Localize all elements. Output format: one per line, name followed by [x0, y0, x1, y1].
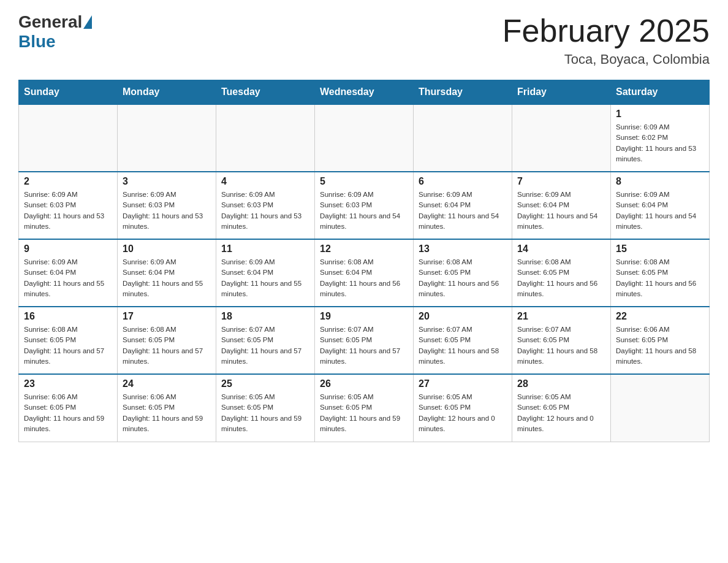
month-title: February 2025	[502, 12, 710, 49]
calendar-cell-4-1: 16Sunrise: 6:08 AM Sunset: 6:05 PM Dayli…	[19, 307, 118, 374]
day-info: Sunrise: 6:05 AM Sunset: 6:05 PM Dayligh…	[419, 392, 507, 434]
calendar-cell-4-7: 22Sunrise: 6:06 AM Sunset: 6:05 PM Dayli…	[611, 307, 710, 374]
day-number: 17	[123, 311, 211, 322]
day-number: 20	[419, 311, 507, 322]
day-number: 25	[221, 378, 309, 389]
day-number: 2	[24, 176, 112, 187]
calendar-cell-1-6	[512, 104, 611, 172]
day-number: 21	[517, 311, 605, 322]
day-number: 26	[320, 378, 408, 389]
logo-triangle-icon	[83, 15, 92, 29]
calendar-cell-5-7	[611, 374, 710, 442]
day-info: Sunrise: 6:09 AM Sunset: 6:04 PM Dayligh…	[419, 190, 507, 232]
day-info: Sunrise: 6:08 AM Sunset: 6:05 PM Dayligh…	[616, 257, 704, 299]
calendar-cell-1-5	[414, 104, 512, 172]
day-number: 12	[320, 243, 408, 255]
logo: General Blue	[18, 12, 92, 52]
week-row-1: 1Sunrise: 6:09 AM Sunset: 6:02 PM Daylig…	[19, 104, 710, 172]
day-info: Sunrise: 6:07 AM Sunset: 6:05 PM Dayligh…	[517, 324, 605, 367]
calendar-cell-1-3	[216, 104, 315, 172]
calendar-cell-3-2: 10Sunrise: 6:09 AM Sunset: 6:04 PM Dayli…	[118, 239, 216, 307]
calendar-cell-4-3: 18Sunrise: 6:07 AM Sunset: 6:05 PM Dayli…	[216, 307, 315, 374]
day-number: 22	[616, 311, 704, 322]
day-number: 15	[616, 243, 704, 255]
calendar-cell-4-4: 19Sunrise: 6:07 AM Sunset: 6:05 PM Dayli…	[315, 307, 414, 374]
calendar-cell-5-1: 23Sunrise: 6:06 AM Sunset: 6:05 PM Dayli…	[19, 374, 118, 442]
day-number: 7	[517, 176, 605, 187]
header-friday: Friday	[512, 80, 611, 105]
day-info: Sunrise: 6:09 AM Sunset: 6:03 PM Dayligh…	[123, 190, 211, 232]
logo-blue-text: Blue	[18, 32, 56, 51]
logo-general-text: General	[18, 12, 82, 32]
calendar-cell-5-2: 24Sunrise: 6:06 AM Sunset: 6:05 PM Dayli…	[118, 374, 216, 442]
calendar-cell-3-7: 15Sunrise: 6:08 AM Sunset: 6:05 PM Dayli…	[611, 239, 710, 307]
calendar-cell-2-4: 5Sunrise: 6:09 AM Sunset: 6:03 PM Daylig…	[315, 172, 414, 239]
page-header: General Blue February 2025 Toca, Boyaca,…	[18, 12, 710, 67]
calendar-cell-1-7: 1Sunrise: 6:09 AM Sunset: 6:02 PM Daylig…	[611, 104, 710, 172]
calendar-cell-2-3: 4Sunrise: 6:09 AM Sunset: 6:03 PM Daylig…	[216, 172, 315, 239]
calendar-cell-2-1: 2Sunrise: 6:09 AM Sunset: 6:03 PM Daylig…	[19, 172, 118, 239]
day-number: 13	[419, 243, 507, 255]
calendar-cell-4-5: 20Sunrise: 6:07 AM Sunset: 6:05 PM Dayli…	[414, 307, 512, 374]
day-number: 3	[123, 176, 211, 187]
day-info: Sunrise: 6:08 AM Sunset: 6:05 PM Dayligh…	[517, 257, 605, 299]
week-row-3: 9Sunrise: 6:09 AM Sunset: 6:04 PM Daylig…	[19, 239, 710, 307]
day-number: 18	[221, 311, 309, 322]
calendar-cell-5-3: 25Sunrise: 6:05 AM Sunset: 6:05 PM Dayli…	[216, 374, 315, 442]
day-info: Sunrise: 6:09 AM Sunset: 6:04 PM Dayligh…	[123, 257, 211, 299]
day-number: 9	[24, 243, 112, 255]
day-number: 19	[320, 311, 408, 322]
header-monday: Monday	[118, 80, 216, 105]
day-number: 4	[221, 176, 309, 187]
header-saturday: Saturday	[611, 80, 710, 105]
day-number: 16	[24, 311, 112, 322]
day-number: 8	[616, 176, 704, 187]
week-row-2: 2Sunrise: 6:09 AM Sunset: 6:03 PM Daylig…	[19, 172, 710, 239]
calendar-cell-2-2: 3Sunrise: 6:09 AM Sunset: 6:03 PM Daylig…	[118, 172, 216, 239]
weekday-header-row: Sunday Monday Tuesday Wednesday Thursday…	[19, 80, 710, 105]
calendar-cell-2-6: 7Sunrise: 6:09 AM Sunset: 6:04 PM Daylig…	[512, 172, 611, 239]
location-title: Toca, Boyaca, Colombia	[502, 52, 710, 67]
calendar-cell-5-6: 28Sunrise: 6:05 AM Sunset: 6:05 PM Dayli…	[512, 374, 611, 442]
day-info: Sunrise: 6:09 AM Sunset: 6:03 PM Dayligh…	[320, 190, 408, 232]
calendar-cell-3-6: 14Sunrise: 6:08 AM Sunset: 6:05 PM Dayli…	[512, 239, 611, 307]
day-info: Sunrise: 6:09 AM Sunset: 6:04 PM Dayligh…	[616, 190, 704, 232]
day-info: Sunrise: 6:09 AM Sunset: 6:04 PM Dayligh…	[24, 257, 112, 299]
day-info: Sunrise: 6:09 AM Sunset: 6:03 PM Dayligh…	[24, 190, 112, 232]
day-number: 14	[517, 243, 605, 255]
day-info: Sunrise: 6:05 AM Sunset: 6:05 PM Dayligh…	[320, 392, 408, 434]
day-number: 11	[221, 243, 309, 255]
day-info: Sunrise: 6:08 AM Sunset: 6:05 PM Dayligh…	[24, 324, 112, 367]
day-info: Sunrise: 6:09 AM Sunset: 6:04 PM Dayligh…	[221, 257, 309, 299]
calendar-cell-1-2	[118, 104, 216, 172]
day-info: Sunrise: 6:05 AM Sunset: 6:05 PM Dayligh…	[517, 392, 605, 434]
day-number: 6	[419, 176, 507, 187]
day-info: Sunrise: 6:07 AM Sunset: 6:05 PM Dayligh…	[419, 324, 507, 367]
day-info: Sunrise: 6:09 AM Sunset: 6:02 PM Dayligh…	[616, 122, 704, 164]
day-number: 10	[123, 243, 211, 255]
calendar-table: Sunday Monday Tuesday Wednesday Thursday…	[18, 80, 710, 442]
day-info: Sunrise: 6:08 AM Sunset: 6:05 PM Dayligh…	[123, 324, 211, 367]
day-number: 28	[517, 378, 605, 389]
calendar-cell-1-1	[19, 104, 118, 172]
day-info: Sunrise: 6:05 AM Sunset: 6:05 PM Dayligh…	[221, 392, 309, 434]
calendar-cell-4-2: 17Sunrise: 6:08 AM Sunset: 6:05 PM Dayli…	[118, 307, 216, 374]
header-tuesday: Tuesday	[216, 80, 315, 105]
day-number: 5	[320, 176, 408, 187]
day-number: 23	[24, 378, 112, 389]
week-row-5: 23Sunrise: 6:06 AM Sunset: 6:05 PM Dayli…	[19, 374, 710, 442]
day-number: 24	[123, 378, 211, 389]
calendar-cell-3-5: 13Sunrise: 6:08 AM Sunset: 6:05 PM Dayli…	[414, 239, 512, 307]
header-sunday: Sunday	[19, 80, 118, 105]
day-info: Sunrise: 6:07 AM Sunset: 6:05 PM Dayligh…	[221, 324, 309, 367]
week-row-4: 16Sunrise: 6:08 AM Sunset: 6:05 PM Dayli…	[19, 307, 710, 374]
day-info: Sunrise: 6:08 AM Sunset: 6:04 PM Dayligh…	[320, 257, 408, 299]
day-info: Sunrise: 6:09 AM Sunset: 6:04 PM Dayligh…	[517, 190, 605, 232]
title-block: February 2025 Toca, Boyaca, Colombia	[502, 12, 710, 67]
day-info: Sunrise: 6:06 AM Sunset: 6:05 PM Dayligh…	[616, 324, 704, 367]
calendar-cell-3-3: 11Sunrise: 6:09 AM Sunset: 6:04 PM Dayli…	[216, 239, 315, 307]
day-info: Sunrise: 6:08 AM Sunset: 6:05 PM Dayligh…	[419, 257, 507, 299]
day-info: Sunrise: 6:07 AM Sunset: 6:05 PM Dayligh…	[320, 324, 408, 367]
calendar-cell-5-5: 27Sunrise: 6:05 AM Sunset: 6:05 PM Dayli…	[414, 374, 512, 442]
day-info: Sunrise: 6:06 AM Sunset: 6:05 PM Dayligh…	[123, 392, 211, 434]
